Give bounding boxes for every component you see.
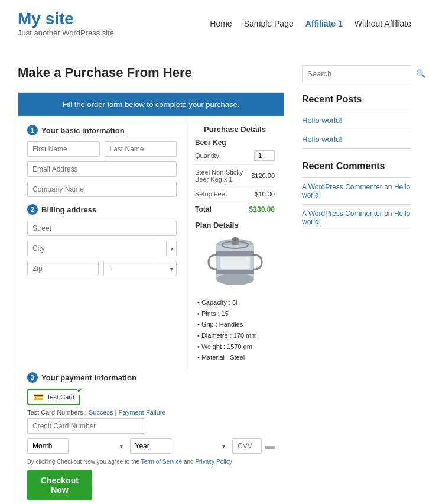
recent-posts-block: Recent Posts Hello world! Hello world!: [302, 94, 411, 149]
comment-author-2[interactable]: A WordPress Commenter: [302, 209, 382, 218]
spec-item: Grip : Handles: [197, 319, 275, 330]
form-body: 1 Your basic information: [18, 116, 284, 372]
nav-without-affiliate[interactable]: Without Affiliate: [355, 19, 411, 28]
svg-rect-5: [220, 257, 250, 269]
state-select-wrap: -: [103, 261, 177, 276]
zip-input[interactable]: [27, 261, 99, 276]
street-input[interactable]: [27, 221, 177, 236]
card-type-icon: ▬: [265, 441, 275, 451]
comment-author-1[interactable]: A WordPress Commenter: [302, 183, 382, 191]
svg-rect-4: [216, 270, 254, 274]
country-select[interactable]: Country: [166, 241, 177, 256]
product-name: Beer Keg: [195, 138, 275, 147]
sidebar: 🔍 Recent Posts Hello world! Hello world!…: [302, 65, 411, 504]
section2-num: 2: [27, 204, 38, 215]
last-name-input[interactable]: [105, 141, 177, 157]
nav-sample-page[interactable]: Sample Page: [244, 19, 294, 28]
card-check-icon: ✔: [77, 386, 83, 395]
terms-link[interactable]: Term of Service: [141, 458, 182, 465]
steel-row: Steel Non-Sticky Beer Keg x 1 $120.00: [195, 169, 275, 183]
cvv-input[interactable]: [232, 438, 262, 454]
state-select[interactable]: -: [103, 261, 177, 276]
city-country-row: Country: [27, 241, 177, 256]
company-row: [27, 182, 177, 197]
site-name: My site: [18, 9, 114, 28]
page-title: Make a Purchase From Here: [18, 65, 284, 80]
search-button[interactable]: 🔍: [411, 66, 429, 82]
privacy-link[interactable]: Privacy Policy: [195, 458, 232, 465]
form-header: Fill the order form below to complete yo…: [18, 93, 284, 116]
month-select-wrap: Month: [27, 438, 126, 454]
payment-section: 3 Your payment information 💳 Test Card ✔…: [18, 372, 284, 504]
nav-affiliate1[interactable]: Affiliate 1: [306, 19, 343, 28]
spec-item: Diametre : 170 mm: [197, 330, 275, 341]
quantity-row: Quantity: [195, 150, 275, 161]
spec-item: Weight : 1570 gm: [197, 341, 275, 353]
recent-comments-block: Recent Comments A WordPress Commenter on…: [302, 161, 411, 231]
section1-num: 1: [27, 125, 38, 135]
svg-point-8: [232, 237, 239, 241]
cc-number-input[interactable]: [27, 418, 145, 434]
site-header: My site Just another WordPress site Home…: [0, 0, 429, 47]
search-box: 🔍: [302, 65, 411, 82]
site-tagline: Just another WordPress site: [18, 28, 114, 37]
month-select[interactable]: Month: [27, 438, 69, 454]
comment-item-1: A WordPress Commenter on Hello world!: [302, 183, 411, 199]
email-row: [27, 161, 177, 177]
purchase-details-panel: Purchase Details Beer Keg Quantity Steel…: [186, 116, 284, 372]
svg-rect-3: [216, 251, 254, 256]
recent-posts-title: Recent Posts: [302, 94, 411, 105]
setup-label: Setup Fee: [195, 190, 225, 198]
cc-number-row: [27, 418, 275, 434]
card-label: Test Card: [47, 393, 74, 400]
setup-price: $10.00: [255, 190, 275, 198]
section3-num: 3: [27, 372, 38, 383]
payment-failure-link[interactable]: Payment Failure: [119, 409, 166, 416]
post-link-2[interactable]: Hello world!: [302, 135, 411, 144]
country-select-wrap: Country: [166, 241, 177, 256]
zip-row: -: [27, 261, 177, 276]
card-option[interactable]: 💳 Test Card ✔: [27, 389, 80, 405]
steel-price: $120.00: [251, 172, 275, 179]
main-content: Make a Purchase From Here Fill the order…: [0, 47, 429, 504]
total-price: $130.00: [249, 205, 275, 214]
post-link-1[interactable]: Hello world!: [302, 116, 411, 125]
year-select-wrap: Year: [130, 438, 229, 454]
name-row: [27, 141, 177, 157]
card-icon: 💳: [33, 392, 43, 402]
quantity-label: Quantity: [195, 152, 219, 159]
total-row: Total $130.00: [195, 205, 275, 214]
year-select[interactable]: Year: [130, 438, 171, 454]
main-nav: Home Sample Page Affiliate 1 Without Aff…: [210, 19, 411, 28]
search-input[interactable]: [303, 66, 411, 82]
form-left-panel: 1 Your basic information: [18, 116, 186, 372]
section3-label: 3 Your payment information: [27, 372, 275, 383]
setup-row: Setup Fee $10.00: [195, 190, 275, 198]
comment-item-2: A WordPress Commenter on Hello world!: [302, 209, 411, 226]
content-area: Make a Purchase From Here Fill the order…: [18, 65, 284, 504]
nav-home[interactable]: Home: [210, 19, 232, 28]
section2-label: 2 Billing address: [27, 204, 177, 215]
total-label: Total: [195, 205, 212, 214]
spec-item: Pints : 15: [197, 308, 275, 319]
street-row: [27, 221, 177, 236]
first-name-input[interactable]: [27, 141, 100, 157]
checkout-button[interactable]: Checkout Now: [27, 470, 92, 500]
city-input[interactable]: [27, 241, 161, 256]
company-input[interactable]: [27, 182, 177, 197]
section1-label: 1 Your basic information: [27, 125, 177, 135]
recent-comments-title: Recent Comments: [302, 161, 411, 172]
email-input[interactable]: [27, 161, 177, 177]
svg-point-2: [216, 273, 254, 285]
site-branding: My site Just another WordPress site: [18, 9, 114, 37]
quantity-input[interactable]: [254, 150, 275, 161]
plan-details-title: Plan Details: [195, 221, 275, 230]
spec-item: Capacity : 5l: [197, 297, 275, 308]
test-card-numbers-text: Test Card Numbers : Success | Payment Fa…: [27, 409, 275, 416]
terms-text: By clicking Checkout Now you agree to th…: [27, 458, 275, 465]
steel-label: Steel Non-Sticky Beer Keg x 1: [195, 169, 251, 183]
keg-image: [195, 234, 275, 292]
purchase-form-box: Fill the order form below to complete yo…: [18, 92, 284, 504]
spec-item: Material : Steel: [197, 352, 275, 363]
success-link[interactable]: Success: [89, 409, 113, 416]
